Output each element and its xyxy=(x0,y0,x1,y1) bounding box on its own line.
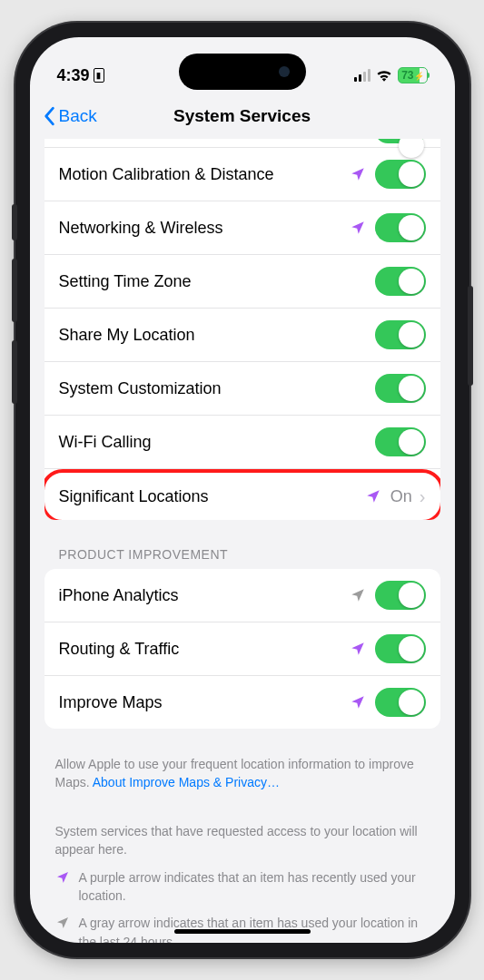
row-wifi-calling[interactable]: Wi-Fi Calling xyxy=(44,416,440,469)
row-label: Improve Maps xyxy=(59,693,350,712)
content-scroll[interactable]: Motion Calibration & Distance Networking… xyxy=(30,139,455,943)
location-arrow-icon xyxy=(350,220,366,236)
row-setting-time-zone[interactable]: Setting Time Zone xyxy=(44,255,440,309)
dynamic-island xyxy=(179,54,306,90)
toggle-switch[interactable] xyxy=(375,634,426,663)
row-label: Motion Calibration & Distance xyxy=(59,165,350,184)
chevron-left-icon xyxy=(43,106,55,126)
footer-improve-maps: Allow Apple to use your frequent locatio… xyxy=(30,756,455,813)
info-intro: System services that have requested acce… xyxy=(55,822,430,859)
volume-up xyxy=(12,259,17,322)
section-header-product-improvement: PRODUCT IMPROVEMENT xyxy=(30,547,455,569)
row-motion-calibration[interactable]: Motion Calibration & Distance xyxy=(44,148,440,201)
toggle-switch[interactable] xyxy=(375,427,426,456)
location-arrow-icon xyxy=(55,870,70,885)
toggle-switch[interactable] xyxy=(375,160,426,189)
location-arrow-icon xyxy=(365,488,381,505)
row-share-my-location[interactable]: Share My Location xyxy=(44,309,440,362)
highlight-significant-locations: Significant Locations On › xyxy=(44,469,440,520)
link-improve-maps-privacy[interactable]: About Improve Maps & Privacy… xyxy=(93,775,280,789)
home-indicator[interactable] xyxy=(174,929,311,934)
row-routing-traffic[interactable]: Routing & Traffic xyxy=(44,622,440,676)
location-arrow-icon xyxy=(350,166,366,182)
row-label: Wi-Fi Calling xyxy=(59,433,375,452)
location-arrow-icon xyxy=(350,694,366,710)
row-label: Routing & Traffic xyxy=(59,640,350,659)
location-arrow-icon xyxy=(350,587,366,603)
toggle-switch[interactable] xyxy=(375,374,426,403)
power-button xyxy=(468,286,473,386)
row-system-customization[interactable]: System Customization xyxy=(44,362,440,416)
row-networking-wireless[interactable]: Networking & Wireless xyxy=(44,201,440,255)
location-arrow-icon xyxy=(350,641,366,657)
volume-down xyxy=(12,340,17,404)
nav-bar: Back System Services xyxy=(30,93,455,139)
info-block: System services that have requested acce… xyxy=(30,813,455,943)
toggle-switch[interactable] xyxy=(375,267,426,296)
wifi-icon xyxy=(376,69,392,82)
row-iphone-analytics[interactable]: iPhone Analytics xyxy=(44,569,440,622)
row-label: Share My Location xyxy=(59,326,375,345)
status-time: 4:39 xyxy=(57,66,90,85)
chevron-right-icon: › xyxy=(420,486,426,507)
screen: 4:39 ▮ 73⚡ Back System Services xyxy=(30,37,455,943)
battery-indicator: 73⚡ xyxy=(398,67,427,83)
row-peek xyxy=(44,139,440,148)
back-label: Back xyxy=(59,106,97,126)
row-significant-locations[interactable]: Significant Locations On › xyxy=(44,473,440,520)
page-title: System Services xyxy=(173,106,311,126)
back-button[interactable]: Back xyxy=(43,106,97,126)
row-label: Networking & Wireless xyxy=(59,219,350,238)
silent-switch xyxy=(12,204,17,240)
info-text: A purple arrow indicates that an item ha… xyxy=(79,868,430,906)
location-arrow-icon xyxy=(55,916,70,930)
row-label: Significant Locations xyxy=(59,487,365,506)
toggle-switch[interactable] xyxy=(375,320,426,349)
info-row-purple: A purple arrow indicates that an item ha… xyxy=(55,868,430,906)
row-improve-maps[interactable]: Improve Maps xyxy=(44,676,440,729)
settings-group-services: Motion Calibration & Distance Networking… xyxy=(44,148,440,520)
toggle-switch[interactable] xyxy=(375,688,426,717)
toggle-switch[interactable] xyxy=(375,581,426,610)
row-label: System Customization xyxy=(59,379,375,398)
id-card-icon: ▮ xyxy=(94,68,104,83)
settings-group-product-improvement: iPhone Analytics Routing & Traffic Impro… xyxy=(44,569,440,729)
row-value: On xyxy=(390,487,412,506)
toggle-switch[interactable] xyxy=(375,213,426,242)
phone-frame: 4:39 ▮ 73⚡ Back System Services xyxy=(15,23,469,957)
toggle-peek xyxy=(375,139,426,143)
cell-signal-icon xyxy=(354,69,370,82)
row-label: Setting Time Zone xyxy=(59,272,375,291)
row-label: iPhone Analytics xyxy=(59,586,350,605)
